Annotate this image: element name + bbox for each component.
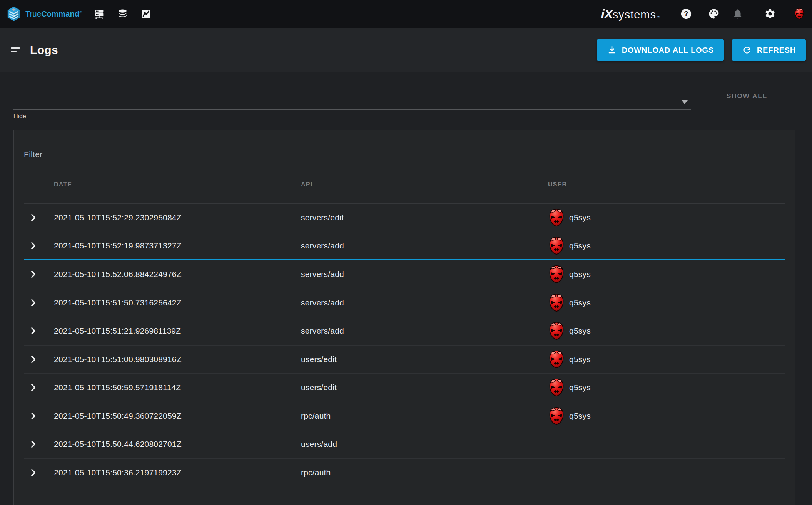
chevron-right-icon [28,468,38,478]
column-header-date: DATE [54,181,301,188]
menu-icon[interactable] [11,47,22,53]
row-username: q5sys [569,355,591,364]
hide-toggle[interactable]: Hide [13,113,26,120]
expand-row-button[interactable] [24,439,39,449]
row-api: servers/add [301,326,548,336]
servers-icon[interactable] [94,8,105,20]
expand-row-button[interactable] [24,354,39,364]
row-api: servers/add [301,241,548,250]
user-avatar [794,8,805,20]
row-user: q5sys [548,350,785,369]
row-user: q5sys [548,265,785,284]
refresh-button[interactable]: REFRESH [732,39,806,61]
databases-icon[interactable] [117,8,128,20]
column-header-user: USER [548,181,785,188]
expand-row-button[interactable] [24,383,39,393]
user-avatar [548,294,565,312]
row-date: 2021-05-10T15:52:06.884224976Z [54,270,301,279]
download-all-logs-button[interactable]: DOWNLOAD ALL LOGS [597,39,724,61]
row-api: rpc/auth [301,411,548,421]
row-date: 2021-05-10T15:50:44.620802701Z [54,440,301,449]
row-username: q5sys [569,298,591,307]
svg-text:?: ? [684,10,688,18]
table-row[interactable]: 2021-05-10T15:52:19.987371327Z servers/a… [24,232,785,261]
chevron-right-icon [28,383,38,393]
help-button[interactable]: ? [680,8,692,20]
row-user: q5sys [548,378,785,397]
filter-field[interactable]: Filter [24,150,785,165]
chevron-right-icon [28,213,38,223]
gear-icon [764,8,776,20]
row-date: 2021-05-10T15:50:49.360722059Z [54,411,301,421]
table-row[interactable]: 2021-05-10T15:50:49.360722059Z rpc/auth … [24,402,785,431]
row-api: servers/add [301,298,548,307]
expand-row-button[interactable] [24,468,39,478]
download-icon [607,45,617,55]
user-avatar [548,407,565,425]
row-date: 2021-05-10T15:51:00.980308916Z [54,355,301,364]
chevron-right-icon [28,326,38,336]
row-user: q5sys [548,208,785,227]
row-user: q5sys [548,294,785,312]
column-header-api: API [301,181,548,188]
row-date: 2021-05-10T15:51:21.926981139Z [54,326,301,336]
table-row[interactable]: 2021-05-10T15:50:59.571918114Z users/edi… [24,374,785,402]
expand-row-button[interactable] [24,326,39,336]
ixsystems-logo: iXsystems™ [601,7,660,22]
logs-table: DATE API USER 2021-05-10T15:52:29.230295… [24,165,785,487]
reports-icon[interactable] [140,8,152,20]
row-api: servers/add [301,270,548,279]
chevron-right-icon [28,269,38,279]
expand-row-button[interactable] [24,298,39,308]
settings-button[interactable] [764,8,776,20]
header-actions: DOWNLOAD ALL LOGS REFRESH [597,39,806,61]
page-title: Logs [30,44,58,57]
user-avatar [548,322,565,340]
row-date: 2021-05-10T15:50:36.219719923Z [54,468,301,477]
row-username: q5sys [569,411,591,421]
show-all-button[interactable]: SHOW ALL [727,92,767,100]
theme-button[interactable] [708,8,720,20]
logs-panel: Filter DATE API USER 2021-05-10T15:52:29… [13,130,795,505]
table-row[interactable]: 2021-05-10T15:51:50.731625642Z servers/a… [24,289,785,317]
page-header: Logs DOWNLOAD ALL LOGS REFRESH [0,28,812,72]
row-api: rpc/auth [301,468,548,477]
user-avatar-button[interactable] [794,8,805,20]
table-row[interactable]: 2021-05-10T15:52:29.230295084Z servers/e… [24,204,785,232]
bell-icon [732,8,743,20]
truecommand-logo[interactable]: TrueCommand® [7,6,82,22]
chevron-down-icon [682,100,688,104]
user-avatar [548,265,565,284]
row-username: q5sys [569,241,591,250]
expand-row-button[interactable] [24,241,39,251]
row-api: users/edit [301,383,548,392]
row-api: users/add [301,440,548,449]
log-type-select[interactable] [13,92,691,110]
table-row[interactable]: 2021-05-10T15:52:06.884224976Z servers/a… [24,260,785,289]
top-navbar: TrueCommand® iXsystems™ [0,0,812,28]
help-icon: ? [680,8,692,20]
brand-name: TrueCommand® [25,10,82,18]
row-date: 2021-05-10T15:52:29.230295084Z [54,213,301,222]
expand-row-button[interactable] [24,269,39,279]
chevron-right-icon [28,241,38,251]
table-row[interactable]: 2021-05-10T15:50:36.219719923Z rpc/auth [24,459,785,487]
table-row[interactable]: 2021-05-10T15:51:21.926981139Z servers/a… [24,317,785,346]
row-date: 2021-05-10T15:52:19.987371327Z [54,241,301,250]
refresh-icon [742,45,752,55]
table-row[interactable]: 2021-05-10T15:51:00.980308916Z users/edi… [24,346,785,374]
primary-nav [94,8,152,20]
row-username: q5sys [569,213,591,222]
notifications-button[interactable] [732,8,743,20]
row-username: q5sys [569,326,591,336]
row-api: servers/edit [301,213,548,222]
chevron-right-icon [28,354,38,364]
user-avatar [548,208,565,227]
table-header: DATE API USER [24,165,785,204]
expand-row-button[interactable] [24,213,39,223]
expand-row-button[interactable] [24,411,39,421]
row-user: q5sys [548,322,785,340]
user-avatar [548,350,565,369]
user-avatar [548,378,565,397]
table-row[interactable]: 2021-05-10T15:50:44.620802701Z users/add [24,430,785,459]
